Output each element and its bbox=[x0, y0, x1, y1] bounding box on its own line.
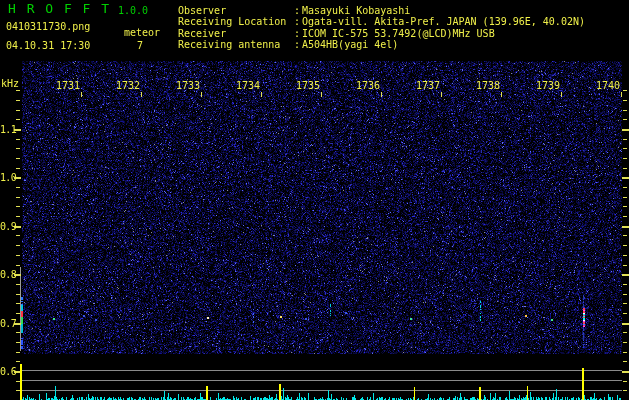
info-label: Receiving antenna bbox=[178, 39, 280, 50]
time-tick-label: 1734 bbox=[235, 80, 260, 91]
time-tick-label: 1732 bbox=[115, 80, 140, 91]
freq-tick-label: 1.0 bbox=[0, 172, 15, 183]
info-value: A504HB(yagi 4el) bbox=[302, 39, 398, 50]
observation-datetime: 04.10.31 17:30 bbox=[6, 40, 90, 51]
freq-tick-label: 0.6 bbox=[0, 366, 15, 377]
observation-info-table: Observer:Masayuki KobayashiReceiving Loc… bbox=[178, 5, 618, 51]
info-label: Receiving Location bbox=[178, 16, 286, 27]
output-filename: 0410311730.png bbox=[6, 21, 90, 32]
app-version: 1.0.0 bbox=[118, 5, 148, 16]
time-tick-label: 1735 bbox=[295, 80, 320, 91]
spectrogram-canvas bbox=[0, 0, 629, 400]
info-label: Receiver bbox=[178, 28, 226, 39]
info-colon: : bbox=[294, 16, 300, 27]
info-label: Observer bbox=[178, 5, 226, 16]
time-tick-label: 1739 bbox=[535, 80, 560, 91]
time-tick-label: 1740 bbox=[595, 80, 620, 91]
time-tick-label: 1731 bbox=[55, 80, 80, 91]
freq-tick-label: 0.7 bbox=[0, 318, 15, 329]
info-value: ICOM IC-575 53.7492(@LCD)MHz USB bbox=[302, 28, 495, 39]
freq-tick-label: 0.9 bbox=[0, 221, 15, 232]
info-row: Observer:Masayuki Kobayashi bbox=[178, 5, 618, 16]
hrofft-output-image: H R O F F T 1.0.0 0410311730.png meteor … bbox=[0, 0, 629, 400]
info-colon: : bbox=[294, 39, 300, 50]
info-row: Receiver:ICOM IC-575 53.7492(@LCD)MHz US… bbox=[178, 28, 618, 39]
info-row: Receiving antenna:A504HB(yagi 4el) bbox=[178, 39, 618, 50]
time-tick-label: 1738 bbox=[475, 80, 500, 91]
app-title: H R O F F T bbox=[8, 3, 111, 14]
info-value: Masayuki Kobayashi bbox=[302, 5, 410, 16]
meteor-count: 7 bbox=[137, 40, 143, 51]
info-colon: : bbox=[294, 28, 300, 39]
time-tick-label: 1733 bbox=[175, 80, 200, 91]
freq-tick-label: 0.8 bbox=[0, 269, 15, 280]
info-row: Receiving Location:Ogata-vill. Akita-Pre… bbox=[178, 16, 618, 27]
info-value: Ogata-vill. Akita-Pref. JAPAN (139.96E, … bbox=[302, 16, 585, 27]
observation-mode: meteor bbox=[124, 27, 160, 38]
y-axis-unit-label: kHz bbox=[1, 78, 19, 89]
time-tick-label: 1737 bbox=[415, 80, 440, 91]
info-colon: : bbox=[294, 5, 300, 16]
freq-tick-label: 1.1 bbox=[0, 124, 15, 135]
time-tick-label: 1736 bbox=[355, 80, 380, 91]
